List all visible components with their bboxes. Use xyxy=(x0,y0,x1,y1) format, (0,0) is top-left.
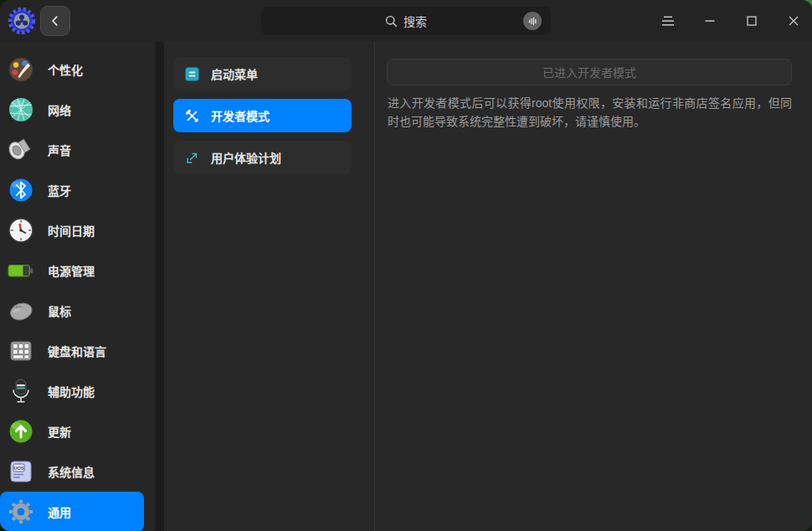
sidebar-item-datetime-clock[interactable]: 时间日期 xyxy=(0,210,144,250)
search-placeholder: 搜索 xyxy=(403,13,427,29)
back-button[interactable] xyxy=(40,6,70,36)
sidebar-item-update-arrow[interactable]: 更新 xyxy=(0,411,144,451)
close-icon xyxy=(787,14,800,28)
nav-item-boot-menu[interactable]: 启动菜单 xyxy=(173,57,352,90)
sidebar-item-keyboard[interactable]: 键盘和语言 xyxy=(0,331,144,371)
mouse-icon xyxy=(7,296,35,325)
user-experience-icon xyxy=(185,151,199,165)
search-icon xyxy=(385,15,398,28)
sidebar-item-network-globe[interactable]: 网络 xyxy=(0,90,144,130)
sidebar-item-bluetooth[interactable]: 蓝牙 xyxy=(0,170,144,210)
minimize-icon xyxy=(703,14,717,28)
chevron-left-icon xyxy=(49,15,61,27)
bluetooth-icon xyxy=(7,176,35,204)
search-input[interactable]: 搜索 xyxy=(261,7,551,35)
voice-search-button[interactable] xyxy=(523,12,542,30)
personalization-palette-icon xyxy=(7,55,35,84)
sidebar-item-personalization-palette[interactable]: 个性化 xyxy=(0,49,144,90)
keyboard-icon xyxy=(7,337,35,365)
app-logo-gear-icon xyxy=(7,6,37,36)
nav-item-user-experience[interactable]: 用户体验计划 xyxy=(173,141,352,174)
sidebar-item-power-battery[interactable]: 电源管理 xyxy=(0,250,144,291)
sidebar-item-system-info[interactable]: UOS 系统信息 xyxy=(0,451,144,492)
datetime-clock-icon xyxy=(7,216,35,245)
titlebar: 搜索 xyxy=(0,0,812,42)
waveform-icon xyxy=(527,16,538,27)
developer-mode-icon xyxy=(185,109,199,123)
minimize-button[interactable] xyxy=(695,6,725,36)
developer-mode-description: 进入开发者模式后可以获得root使用权限，安装和运行非商店签名应用，但同时也可能… xyxy=(388,94,792,131)
general-gear-icon xyxy=(7,497,35,526)
maximize-button[interactable] xyxy=(737,6,767,36)
window-controls xyxy=(653,6,809,36)
menu-icon xyxy=(660,15,676,27)
sidebar-item-mouse[interactable]: 鼠标 xyxy=(0,291,144,331)
sidebar-item-sound-speaker[interactable]: 声音 xyxy=(0,130,144,170)
system-info-icon: UOS xyxy=(7,457,35,486)
accessibility-mic-icon xyxy=(7,377,35,405)
close-button[interactable] xyxy=(779,6,809,36)
sidebar-item-general-gear[interactable]: 通用 xyxy=(0,492,144,531)
content-panel: 已进入开发者模式 进入开发者模式后可以获得root使用权限，安装和运行非商店签名… xyxy=(374,42,812,531)
developer-mode-status-button[interactable]: 已进入开发者模式 xyxy=(387,59,792,85)
sidebar-item-accessibility-mic[interactable]: 辅助功能 xyxy=(0,371,144,411)
sound-speaker-icon xyxy=(7,136,35,164)
sidebar-divider xyxy=(156,42,164,531)
window-menu-button[interactable] xyxy=(653,6,683,36)
sidebar-category-list: 个性化 网络 声音 蓝牙 时间日期 电源管理 鼠标 键盘和语言 辅助功能 更新 … xyxy=(0,42,156,531)
uos-badge-text: UOS xyxy=(14,466,24,471)
settings-window: 搜索 个性化 网络 声音 xyxy=(0,0,812,531)
network-globe-icon xyxy=(7,95,35,124)
boot-menu-icon xyxy=(185,67,199,81)
subsection-nav-list: 启动菜单 开发者模式 用户体验计划 xyxy=(164,42,374,531)
maximize-icon xyxy=(745,14,758,28)
power-battery-icon xyxy=(7,256,35,285)
nav-item-developer-mode[interactable]: 开发者模式 xyxy=(173,99,352,132)
update-arrow-icon xyxy=(7,417,35,446)
app-body: 个性化 网络 声音 蓝牙 时间日期 电源管理 鼠标 键盘和语言 辅助功能 更新 … xyxy=(0,42,812,531)
